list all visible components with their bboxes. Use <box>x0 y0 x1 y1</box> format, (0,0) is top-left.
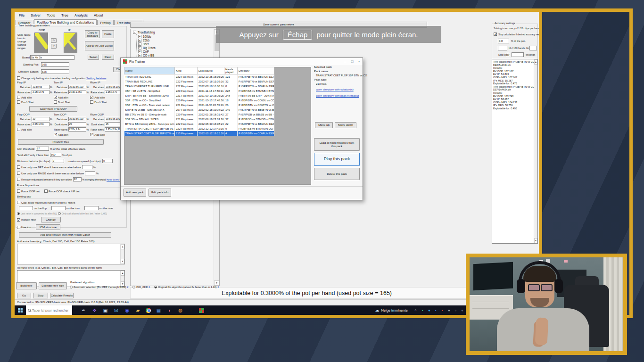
scroll-up-icon[interactable]: ▲ <box>121 244 124 249</box>
go-button[interactable]: Go <box>17 293 31 298</box>
collapse-icon[interactable]: - <box>133 31 136 34</box>
merging-threshold-input[interactable]: 12 <box>73 177 82 181</box>
pack-row[interactable]: SRP : BTN vs BB - Simplified (30%)221 Fl… <box>124 93 274 98</box>
pack-row[interactable]: TRAIN BvB RED LINE222 Flop trees2022-07-… <box>124 79 274 84</box>
folder-icon[interactable]: ▰ <box>135 307 141 313</box>
starting-pot-input[interactable]: 165 <box>41 62 69 67</box>
results-log[interactable]: Tree loaded from P:\3BP\BTN vs CO\RUNDEF… <box>492 59 538 244</box>
column-header[interactable]: Last played <box>198 67 224 74</box>
stop-calc-checkbox[interactable] <box>494 33 497 36</box>
tree-item[interactable]: +CAP <box>138 49 219 53</box>
pack-row[interactable]: BB STAV vs SB X - Sizing de stab220 Flop… <box>124 112 274 117</box>
scroll-down-icon[interactable]: ▼ <box>121 259 124 264</box>
copy-to-clipboard-button[interactable]: Copy to clipboard <box>85 30 100 38</box>
cap-river-input[interactable] <box>84 206 99 210</box>
algo-auto-radio[interactable] <box>70 286 73 288</box>
algo-original-radio[interactable] <box>154 286 157 288</box>
pack-row[interactable]: 3BP SB vs BTN ALL SIZES221 Flop trees202… <box>124 117 274 122</box>
pack-row[interactable]: 3BP : BTN vs CO - Simplified220 Flop tre… <box>124 98 274 103</box>
flop-ip-dont3bet-checkbox[interactable] <box>17 100 20 104</box>
expand-icon[interactable]: + <box>138 42 141 46</box>
maximize-icon[interactable]: □ <box>351 59 353 64</box>
start-button[interactable] <box>15 308 26 313</box>
turn-ip-dont3bet-checkbox[interactable] <box>54 100 57 104</box>
flop-ip-raise-input[interactable]: 2.15x,2.75 <box>32 90 50 94</box>
piosolver-icon[interactable] <box>199 308 204 313</box>
discord-icon[interactable]: ◉ <box>124 307 130 313</box>
force-oop-bet-checkbox[interactable] <box>17 189 20 193</box>
scroll-down-icon[interactable]: ▼ <box>534 238 537 243</box>
turn-ip-allin-checkbox[interactable] <box>54 96 57 99</box>
column-header[interactable]: Hands played <box>224 67 238 74</box>
select-button[interactable]: Select <box>88 55 99 60</box>
menu-item[interactable]: Solver <box>31 13 41 17</box>
turn-oop-raise-input[interactable]: 2.35x,2.9x <box>68 127 86 132</box>
edit-pack-info-button[interactable]: Edit pack info <box>149 189 171 197</box>
oop-range-grid[interactable] <box>34 33 48 53</box>
add-allin-limit-input[interactable]: 500 <box>50 153 61 157</box>
turn-ip-raise-input[interactable]: 2.15x,2.75x <box>68 90 86 94</box>
tray-telegram-icon[interactable]: ● <box>427 308 431 313</box>
paste-button[interactable]: Paste <box>102 30 114 38</box>
tray-dim-icon[interactable]: ● <box>460 308 464 313</box>
expand-icon[interactable]: + <box>138 39 141 42</box>
algo-piocfr-radio[interactable] <box>132 286 135 288</box>
one-bet-checkbox[interactable] <box>17 165 20 169</box>
stop-after-input[interactable] <box>512 52 524 57</box>
bb-value-input[interactable] <box>529 46 537 50</box>
flop-oop-allin-checkbox[interactable] <box>17 128 20 131</box>
menu-item[interactable]: File <box>19 13 25 17</box>
include-rake-checkbox[interactable] <box>17 218 20 222</box>
river-oop-allin-checkbox[interactable] <box>90 133 93 136</box>
flop-ip-allin-checkbox[interactable] <box>17 96 20 99</box>
preview-tree-button[interactable]: Preview Tree <box>18 139 104 145</box>
dark-app-icon[interactable]: ● <box>188 307 194 313</box>
info-app-icon[interactable]: ◍ <box>177 307 183 313</box>
pack-row[interactable]: SRP BTN vs BB - Size cbet or X207 Flop t… <box>124 107 274 112</box>
bb-input[interactable] <box>498 46 507 50</box>
rand-button[interactable]: Rand <box>102 55 114 60</box>
move-up-button[interactable]: Move up <box>315 122 333 128</box>
allin-threshold-input[interactable]: 67 <box>36 147 49 151</box>
tray-chevron-icon[interactable]: ^ <box>415 309 416 312</box>
turn-oop-bet-input[interactable]: 30,50,66,100 <box>68 117 86 121</box>
load-hand-histories-button[interactable]: Load all hand histories from this pack <box>314 138 360 151</box>
lhe-call-radio[interactable] <box>58 212 61 215</box>
menu-item[interactable]: Tree <box>61 13 68 17</box>
scroll-down-icon[interactable]: ▼ <box>214 280 219 286</box>
use-icm-checkbox[interactable] <box>17 226 20 229</box>
tree-root-item[interactable]: -TreeBuilding <box>131 29 219 34</box>
expand-icon[interactable]: + <box>138 54 141 57</box>
expand-icon[interactable]: + <box>138 46 141 49</box>
add-to-job-queue-button[interactable]: Add to the Job Queue <box>85 41 114 50</box>
copy-ip-to-oop-button[interactable]: Copy from IP to OOP <box>29 106 77 112</box>
min-bet-input[interactable]: 3 <box>52 159 64 163</box>
calculator-icon[interactable]: ▦ <box>156 307 162 313</box>
turn-ip-bet-input[interactable]: 30,50,66,100 <box>68 85 86 89</box>
pack-row[interactable]: TRAIN STRAT CBET FLOP 3BP SB VS BTN222 F… <box>124 126 274 131</box>
river-ip-allin-checkbox[interactable] <box>90 96 93 99</box>
tray-green-icon[interactable]: ▪ <box>421 308 425 313</box>
flop-ip-bet-input[interactable]: 30,50,66 <box>32 85 50 89</box>
remove-redundant-checkbox[interactable] <box>17 178 20 181</box>
column-header[interactable]: Kind <box>175 67 198 74</box>
tray-blue-icon[interactable]: ▪ <box>434 308 438 313</box>
tray-dark-icon[interactable]: ● <box>454 308 458 313</box>
menu-item[interactable]: Tools <box>47 13 55 17</box>
tree-item[interactable]: +100bb <box>138 34 219 38</box>
purple-app-icon[interactable]: ❖ <box>91 307 98 313</box>
tree-item[interactable]: +CO v BB <box>138 53 219 57</box>
column-header[interactable]: Directory <box>238 67 274 74</box>
open-solutions-link[interactable]: open directory with solution(s) <box>316 88 354 91</box>
pot-pct-input[interactable]: 0.8 <box>498 39 509 43</box>
swap-right-button[interactable]: -> <box>51 44 57 49</box>
pack-row[interactable]: 3BP : BTN vs CO - Train start review221 … <box>124 103 274 107</box>
one-raise-checkbox[interactable] <box>17 172 20 175</box>
add-new-pack-button[interactable]: Add new pack <box>124 189 146 197</box>
turn-oop-allin-checkbox[interactable] <box>54 133 57 136</box>
cap-flop-input[interactable] <box>19 206 33 210</box>
tree-item[interactable]: +25bb <box>138 38 219 42</box>
ip-range-grid[interactable] <box>64 33 77 53</box>
mail-icon[interactable]: ✉ <box>113 307 119 313</box>
flop-oop-raise-input[interactable]: 2.35x,2.9x <box>32 122 50 126</box>
